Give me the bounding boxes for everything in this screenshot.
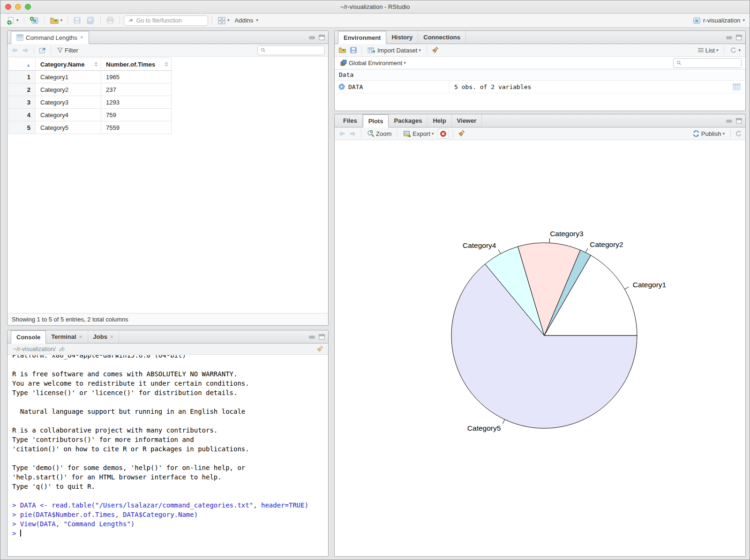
close-tab-icon[interactable]: × (79, 334, 82, 340)
tab-packages[interactable]: Packages (389, 114, 428, 127)
go-to-directory-icon[interactable] (59, 346, 65, 352)
close-tab-icon[interactable]: × (110, 334, 113, 340)
tab-environment[interactable]: Environment (338, 31, 386, 44)
console-output-line (12, 454, 323, 463)
tab-help[interactable]: Help (428, 114, 451, 127)
environment-search[interactable] (673, 58, 742, 68)
toolbar-separator (51, 46, 51, 54)
environment-scope-selector[interactable]: Global Environment ▾ (338, 58, 407, 67)
pie-label-tick (549, 238, 550, 243)
print-button[interactable] (105, 15, 116, 25)
console-body[interactable]: Platform: x86_64-apple-darwin15.6.0 (64-… (8, 355, 328, 556)
column-header-label: Category.Name (40, 61, 84, 68)
forward-icon[interactable] (22, 47, 30, 54)
minimize-pane-icon[interactable] (726, 35, 733, 40)
tab-label: Packages (394, 117, 422, 124)
environment-object-row[interactable]: DATA 5 obs. of 2 variables (335, 81, 745, 93)
console-cursor (20, 530, 21, 537)
minimize-pane-icon[interactable] (309, 334, 315, 339)
filter-button[interactable]: Filter (55, 46, 80, 55)
clear-environment-broom-icon[interactable] (431, 46, 439, 54)
export-caret-icon: ▾ (432, 132, 434, 136)
pane-layout-caret-icon: ▾ (227, 18, 230, 22)
remove-plot-button[interactable] (438, 129, 449, 139)
refresh-plot-icon[interactable] (735, 130, 742, 137)
data-table: ▲ Category.Name Number.of.Times 1Categor… (8, 58, 172, 134)
column-header-category-name[interactable]: Category.Name (36, 58, 101, 71)
table-row: 3Category31293 (9, 96, 172, 109)
refresh-environment-button[interactable]: ▾ (728, 46, 742, 55)
tab-label: Environment (344, 34, 381, 41)
tab-plots[interactable]: Plots (363, 114, 389, 127)
goto-file-function-box[interactable] (124, 15, 208, 26)
pane-layout-grid-icon (218, 16, 226, 25)
column-header-rownames[interactable]: ▲ (9, 58, 36, 71)
clear-console-broom-icon[interactable] (316, 345, 323, 353)
save-workspace-icon[interactable] (350, 46, 357, 54)
tab-history[interactable]: History (386, 31, 418, 44)
plots-tabbar: Files Plots Packages Help Viewer (335, 114, 745, 127)
back-icon[interactable] (11, 47, 19, 54)
pie-label: Category2 (590, 240, 623, 248)
close-tab-icon[interactable]: × (80, 34, 83, 41)
expand-object-play-icon[interactable] (338, 83, 345, 90)
new-project-button[interactable]: R (28, 15, 40, 26)
toolbar-separator (453, 129, 453, 138)
maximize-pane-icon[interactable] (319, 334, 325, 340)
project-caret-icon: ▾ (742, 18, 745, 22)
goto-file-function-input[interactable] (136, 17, 204, 24)
tab-console[interactable]: Console (11, 330, 46, 343)
titlebar: ~/r-visualization - RStudio (0, 0, 750, 14)
minimize-pane-icon[interactable] (309, 35, 315, 40)
refresh-icon (730, 47, 737, 54)
table-cell: Category3 (36, 96, 101, 109)
display-mode-button[interactable]: List ▾ (696, 46, 720, 55)
tab-command-lengths[interactable]: Command Lengths × (11, 31, 89, 44)
table-cell: 237 (101, 83, 172, 96)
clear-all-plots-broom-icon[interactable] (458, 130, 465, 137)
plots-pane: Files Plots Packages Help Viewer Zoom Ex… (334, 114, 746, 557)
save-button[interactable] (72, 15, 82, 25)
previous-plot-icon[interactable] (338, 130, 346, 137)
export-plot-button[interactable]: Export ▾ (402, 129, 435, 138)
save-all-button[interactable] (85, 15, 97, 25)
tab-jobs[interactable]: Jobs × (88, 330, 119, 343)
console-output-line (12, 416, 323, 426)
tab-connections[interactable]: Connections (418, 31, 466, 44)
new-file-button[interactable]: ▾ (5, 15, 20, 26)
maximize-pane-icon[interactable] (319, 35, 325, 40)
environment-search-input[interactable] (683, 60, 738, 66)
console-output-lines: Platform: x86_64-apple-darwin15.6.0 (64-… (12, 355, 323, 538)
table-cell: 1293 (101, 96, 172, 109)
tab-viewer[interactable]: Viewer (452, 114, 482, 127)
zoom-plot-button[interactable]: Zoom (366, 129, 393, 138)
pane-layout-button[interactable]: ▾ (216, 15, 231, 26)
tab-files[interactable]: Files (338, 114, 363, 127)
maximize-pane-icon[interactable] (736, 35, 742, 40)
toolbar-separator (361, 46, 362, 54)
minimize-pane-icon[interactable] (726, 118, 733, 123)
console-command-line: > DATA <- read.table("/Users/lsalazar/co… (12, 500, 323, 510)
column-header-number-of-times[interactable]: Number.of.Times (101, 58, 172, 71)
console-output-line (12, 397, 323, 407)
toolbar-separator (100, 16, 101, 25)
open-in-new-window-icon[interactable] (38, 47, 46, 54)
refresh-caret-icon: ▾ (738, 48, 741, 52)
view-data-grid-icon[interactable] (733, 83, 741, 90)
project-selector[interactable]: R r-visualization ▾ (693, 17, 745, 24)
environment-tabbar: Environment History Connections (335, 31, 745, 44)
plots-toolbar: Zoom Export ▾ Publish ▾ (335, 127, 745, 140)
import-dataset-button[interactable]: Import Dataset ▾ (366, 46, 422, 55)
maximize-pane-icon[interactable] (736, 118, 742, 124)
load-workspace-folder-icon[interactable] (338, 46, 347, 54)
data-viewer-search[interactable] (257, 45, 325, 55)
next-plot-icon[interactable] (349, 130, 357, 137)
toolbar-separator (397, 129, 398, 138)
publish-button[interactable]: Publish ▾ (691, 129, 726, 138)
open-file-button[interactable]: ▾ (48, 15, 64, 26)
console-output-line: Type 'q()' to quit R. (12, 482, 323, 491)
data-viewer-search-input[interactable] (268, 47, 322, 53)
import-dataset-icon (368, 47, 376, 54)
addins-button[interactable]: Addins ▾ (233, 16, 260, 25)
tab-terminal[interactable]: Terminal × (46, 330, 88, 343)
